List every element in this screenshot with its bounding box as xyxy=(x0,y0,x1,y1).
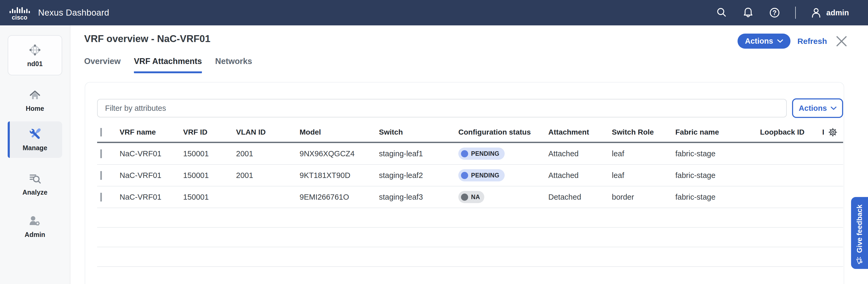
row-checkbox[interactable] xyxy=(100,171,102,180)
topbar-right: ? admin xyxy=(716,6,849,19)
column-header-switch[interactable]: Switch xyxy=(379,128,458,136)
sidebar: nd01 Home Manage xyxy=(0,25,70,284)
table-row: NaC-VRF01 150001 2001 9KT181XT90D stagin… xyxy=(97,165,843,186)
sidebar-item-label: Manage xyxy=(23,144,47,152)
table-row: NaC-VRF01 150001 9EMI266761O staging-lea… xyxy=(97,186,843,208)
topbar-divider xyxy=(795,7,796,19)
cell-vlan-id: 2001 xyxy=(236,171,300,180)
vrf-attachments-table: VRF name VRF ID VLAN ID Model Switch Con… xyxy=(97,123,843,267)
username: admin xyxy=(827,8,849,17)
page-title: VRF overview - NaC-VRF01 xyxy=(84,33,210,44)
filter-input[interactable] xyxy=(97,99,787,118)
status-badge: PENDING xyxy=(458,148,505,160)
cell-switch-role: leaf xyxy=(612,171,675,180)
megaphone-icon xyxy=(856,257,864,265)
cell-attachment: Attached xyxy=(548,149,612,158)
table-row-empty xyxy=(97,208,843,228)
status-badge: PENDING xyxy=(458,169,505,181)
give-feedback-label: Give feedback xyxy=(856,204,864,253)
cell-vrf-id: 150001 xyxy=(183,171,236,180)
status-label: PENDING xyxy=(471,172,499,179)
cell-switch: staging-leaf1 xyxy=(379,149,458,158)
gear-icon[interactable] xyxy=(827,126,839,138)
column-header-fabric-name[interactable]: Fabric name xyxy=(675,128,760,136)
tools-icon xyxy=(29,128,41,140)
help-icon[interactable]: ? xyxy=(769,6,780,19)
search-icon[interactable] xyxy=(716,6,727,19)
sidebar-item-analyze[interactable]: Analyze xyxy=(8,168,62,200)
cell-vrf-name: NaC-VRF01 xyxy=(120,171,183,180)
home-icon xyxy=(29,89,41,101)
cisco-logo-icon: cisco xyxy=(7,5,32,21)
cell-config-status: NA xyxy=(458,191,548,203)
cell-vrf-name: NaC-VRF01 xyxy=(120,193,183,201)
chevron-down-icon xyxy=(777,39,783,43)
page-actions-button[interactable]: Actions xyxy=(738,34,790,49)
main-content: VRF overview - NaC-VRF01 Actions Refresh… xyxy=(70,25,868,284)
sidebar-item-label: Home xyxy=(26,105,44,113)
status-dot-icon xyxy=(461,172,468,179)
cell-fabric-name: fabric-stage xyxy=(675,193,760,201)
cell-model: 9KT181XT90D xyxy=(300,171,379,180)
svg-text:?: ? xyxy=(772,9,776,17)
row-checkbox[interactable] xyxy=(100,149,102,158)
cell-fabric-name: fabric-stage xyxy=(675,149,760,158)
sidebar-item-admin[interactable]: Admin xyxy=(8,211,62,243)
cell-model: 9NX96XQGCZ4 xyxy=(300,149,379,158)
cell-config-status: PENDING xyxy=(458,148,548,160)
cell-vrf-name: NaC-VRF01 xyxy=(120,149,183,158)
user-icon xyxy=(811,7,822,18)
cell-config-status: PENDING xyxy=(458,169,548,181)
cell-switch: staging-leaf2 xyxy=(379,171,458,180)
row-checkbox[interactable] xyxy=(100,193,102,201)
refresh-link[interactable]: Refresh xyxy=(797,37,827,46)
table-body: NaC-VRF01 150001 2001 9NX96XQGCZ4 stagin… xyxy=(97,143,843,267)
column-header-vlan-id[interactable]: VLAN ID xyxy=(236,128,300,136)
cell-fabric-name: fabric-stage xyxy=(675,171,760,180)
table-header-row: VRF name VRF ID VLAN ID Model Switch Con… xyxy=(97,123,843,143)
sidebar-item-label: Analyze xyxy=(23,189,48,196)
column-header-loopback-id[interactable]: Loopback ID xyxy=(760,128,822,136)
column-header-attachment[interactable]: Attachment xyxy=(548,128,612,136)
status-dot-icon xyxy=(461,150,468,157)
cell-attachment: Attached xyxy=(548,171,612,180)
cell-model: 9EMI266761O xyxy=(300,193,379,201)
cell-switch-role: border xyxy=(612,193,675,201)
cluster-name: nd01 xyxy=(27,60,42,68)
give-feedback-button[interactable]: Give feedback xyxy=(851,197,868,269)
cell-vrf-id: 150001 xyxy=(183,149,236,158)
close-button[interactable] xyxy=(834,34,849,49)
svg-text:cisco: cisco xyxy=(12,14,28,21)
cell-vlan-id: 2001 xyxy=(236,149,300,158)
table-row: NaC-VRF01 150001 2001 9NX96XQGCZ4 stagin… xyxy=(97,143,843,165)
column-header-vrf-name[interactable]: VRF name xyxy=(120,128,183,136)
user-menu[interactable]: admin xyxy=(811,7,849,18)
table-actions-button[interactable]: Actions xyxy=(792,98,843,118)
bell-icon[interactable] xyxy=(742,6,754,19)
cell-attachment: Detached xyxy=(548,193,612,201)
tab-networks[interactable]: Networks xyxy=(215,57,252,73)
status-dot-icon xyxy=(461,194,468,201)
admin-icon xyxy=(28,215,41,227)
tab-bar: Overview VRF Attachments Networks xyxy=(84,57,252,73)
select-all-checkbox[interactable] xyxy=(100,128,102,136)
sidebar-item-home[interactable]: Home xyxy=(8,85,62,117)
cluster-selector[interactable]: nd01 xyxy=(8,35,62,75)
table-toolbar: Actions xyxy=(97,98,843,118)
column-header-vrf-id[interactable]: VRF ID xyxy=(183,128,236,136)
sidebar-item-label: Admin xyxy=(25,231,45,239)
tab-overview[interactable]: Overview xyxy=(84,57,121,73)
sidebar-item-manage[interactable]: Manage xyxy=(8,121,62,158)
status-badge: NA xyxy=(458,191,484,203)
table-row-empty xyxy=(97,247,843,267)
tab-vrf-attachments[interactable]: VRF Attachments xyxy=(134,57,202,73)
column-header-switch-role[interactable]: Switch Role xyxy=(612,128,675,136)
chevron-down-icon xyxy=(831,106,837,110)
analyze-icon xyxy=(28,173,41,185)
topbar: cisco Nexus Dashboard ? xyxy=(0,0,868,25)
product-title: Nexus Dashboard xyxy=(38,8,109,18)
column-header-config-status[interactable]: Configuration status xyxy=(458,128,548,136)
cell-switch: staging-leaf3 xyxy=(379,193,458,201)
column-header-model[interactable]: Model xyxy=(300,128,379,136)
column-header-truncated: I xyxy=(822,128,824,136)
